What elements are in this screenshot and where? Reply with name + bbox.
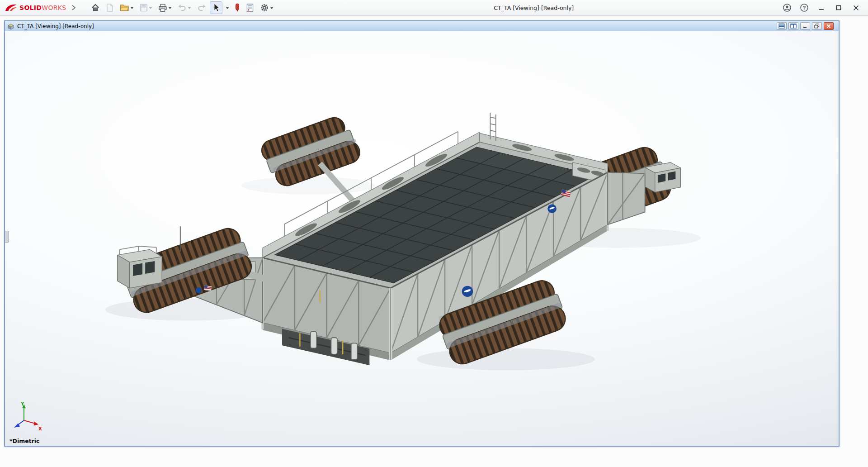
caret-down-icon — [270, 7, 274, 9]
nasa-logo — [196, 287, 202, 293]
brand-name: SOLIDWORKS — [19, 4, 66, 11]
close-icon — [826, 24, 831, 29]
main-toolbar — [89, 1, 276, 14]
viewport-edge-handle[interactable] — [5, 231, 9, 243]
minimize-icon — [802, 24, 808, 29]
nasa-logo — [462, 286, 473, 297]
nasa-logo — [547, 204, 557, 213]
account-icon — [783, 3, 792, 12]
save-button[interactable] — [137, 2, 155, 14]
us-flag — [204, 286, 212, 291]
app-title: CT_TA [Viewing] [Read-only] — [494, 5, 574, 11]
tile-top-bottom-icon — [778, 24, 785, 29]
restore-icon — [814, 24, 820, 29]
orientation-triad: Y X — [9, 400, 45, 436]
undo-button[interactable] — [175, 2, 193, 14]
tile-side-by-side-icon — [790, 24, 797, 29]
print-icon — [158, 4, 167, 12]
file-properties-icon — [246, 3, 254, 12]
help-button[interactable]: ? — [797, 1, 812, 14]
document-titlebar[interactable]: CT_TA [Viewing] [Read-only] — [5, 21, 839, 31]
new-document-button[interactable] — [104, 1, 116, 14]
app-minimize-button[interactable] — [814, 1, 829, 14]
doc-close-button[interactable] — [824, 22, 834, 30]
doc-minimize-button[interactable] — [800, 22, 810, 30]
caret-down-icon — [188, 7, 191, 9]
options-gear-icon — [260, 3, 269, 12]
account-button[interactable] — [779, 1, 795, 14]
caret-down-icon[interactable] — [226, 7, 229, 9]
app-titlebar: SOLIDWORKS — [0, 0, 868, 16]
close-icon — [853, 5, 859, 11]
tile-side-by-side-button[interactable] — [788, 22, 798, 30]
document-window: CT_TA [Viewing] [Read-only] — [4, 20, 840, 447]
save-icon — [140, 4, 148, 12]
print-button[interactable] — [156, 2, 174, 14]
graphics-viewport[interactable]: Y X *Dimetric — [5, 31, 839, 446]
caret-down-icon — [168, 7, 172, 9]
select-button[interactable] — [210, 1, 222, 14]
maximize-icon — [835, 5, 842, 11]
doc-restore-button[interactable] — [812, 22, 822, 30]
crawler-transporter-model — [5, 31, 839, 446]
redo-icon — [197, 4, 206, 12]
solidworks-app: SOLIDWORKS — [0, 0, 868, 467]
triad-x-label: X — [38, 426, 42, 431]
ds-logo-icon — [5, 3, 17, 12]
triad-y-label: Y — [20, 401, 24, 406]
open-folder-icon — [120, 4, 129, 12]
view-orientation-label: *Dimetric — [9, 438, 40, 444]
app-maximize-button[interactable] — [831, 1, 846, 14]
expand-arrow-icon[interactable] — [71, 5, 76, 10]
touch-pen-icon — [235, 3, 240, 12]
file-properties-button[interactable] — [244, 1, 256, 14]
undo-icon — [178, 4, 187, 12]
home-icon — [91, 3, 100, 12]
caret-down-icon — [130, 7, 134, 9]
new-document-icon — [106, 3, 114, 12]
options-button[interactable] — [258, 1, 276, 14]
track-assembly-rear-left — [259, 115, 363, 189]
redo-button[interactable] — [195, 2, 208, 14]
document-window-controls — [777, 22, 836, 30]
svg-text:?: ? — [803, 5, 806, 10]
app-close-button[interactable] — [848, 1, 863, 14]
brand-works: WORKS — [42, 4, 66, 11]
touch-pen-button[interactable] — [232, 1, 242, 14]
solidworks-document-icon — [7, 23, 14, 30]
home-button[interactable] — [89, 1, 102, 14]
document-title: CT_TA [Viewing] [Read-only] — [17, 23, 94, 29]
tile-top-bottom-button[interactable] — [777, 22, 787, 30]
right-operator-cab — [645, 162, 681, 192]
solidworks-logo: SOLIDWORKS — [5, 3, 66, 12]
app-window-controls: ? — [779, 1, 863, 14]
client-area: CT_TA [Viewing] [Read-only] — [0, 16, 868, 467]
brand-solid: SOLID — [19, 4, 42, 11]
minimize-icon — [818, 5, 825, 11]
caret-down-icon — [149, 7, 152, 9]
open-button[interactable] — [118, 2, 136, 14]
select-cursor-icon — [212, 3, 220, 12]
help-icon: ? — [800, 3, 809, 12]
